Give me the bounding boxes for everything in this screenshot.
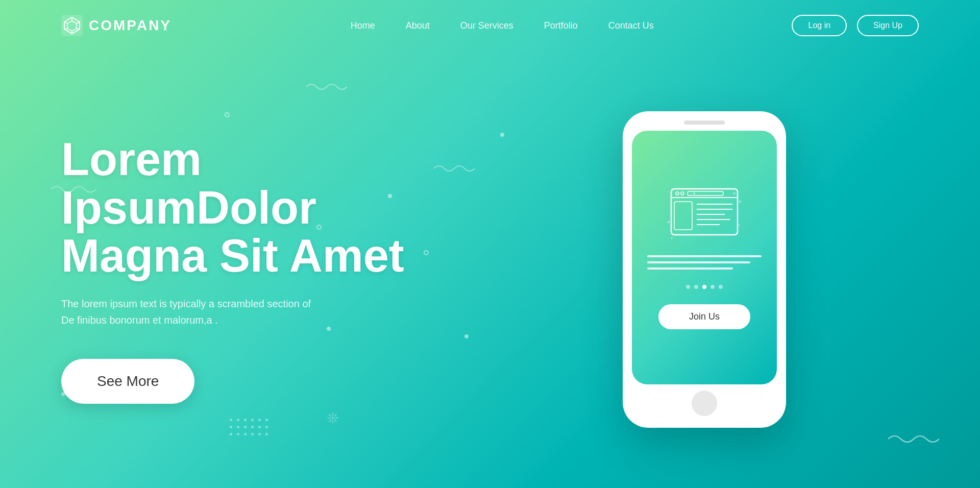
deco-snowflake: ❊ [327,410,338,427]
hero-content: ∿∿∿∿ Lorem IpsumDolor Magna Sit Amet The… [0,51,980,488]
nav-about[interactable]: About [406,20,430,31]
svg-point-11 [676,192,679,195]
nav-actions: Log in Sign Up [792,15,919,36]
svg-point-12 [681,192,684,195]
browser-icon: + × × [666,186,743,245]
phone-frame: + × × [623,111,786,428]
phone-screen: + × × [632,131,777,384]
svg-line-7 [64,29,67,29]
svg-rect-13 [688,191,723,196]
deco-circle-1 [225,112,230,117]
hero-subtitle: The lorem ipsum text is typically a scra… [61,296,327,328]
nav-services[interactable]: Our Services [460,20,513,31]
signup-button[interactable]: Sign Up [857,15,919,36]
hero-right: + × × [490,111,919,428]
phone-mockup: + × × [623,111,786,428]
phone-content-lines [642,255,767,270]
deco-wave-4 [888,433,939,447]
see-more-button[interactable]: See More [61,359,194,404]
svg-text:+: + [732,190,736,197]
phone-pagination [686,285,723,289]
nav-contact[interactable]: Contact Us [608,20,654,31]
logo[interactable]: COMPANY [61,15,172,36]
title-line-2: IpsumDolor [61,182,316,233]
nav-portfolio[interactable]: Portfolio [544,20,578,31]
deco-dot-grid [230,419,270,437]
hero-section: COMPANY Home About Our Services Portfoli… [0,0,980,488]
logo-icon [61,15,83,36]
hero-title: Lorem IpsumDolor Magna Sit Amet [61,135,490,280]
svg-text:×: × [738,223,741,228]
title-line-1: Lorem [61,134,202,185]
svg-point-24 [739,201,741,203]
deco-wave-2 [306,82,347,94]
phone-join-button[interactable]: Join Us [658,304,750,329]
nav-home[interactable]: Home [351,20,375,31]
logo-label: COMPANY [89,17,172,34]
svg-point-23 [693,192,695,194]
phone-home-button [692,391,717,416]
nav-links: Home About Our Services Portfolio Contac… [212,20,792,31]
title-line-3: Magna Sit Amet [61,230,404,281]
svg-text:×: × [670,235,673,241]
svg-point-25 [668,221,670,223]
login-button[interactable]: Log in [792,15,847,36]
svg-rect-14 [674,202,692,230]
svg-line-5 [77,29,80,29]
hero-left: ∿∿∿∿ Lorem IpsumDolor Magna Sit Amet The… [61,135,490,404]
navbar: COMPANY Home About Our Services Portfoli… [0,0,980,51]
phone-notch [684,120,725,125]
